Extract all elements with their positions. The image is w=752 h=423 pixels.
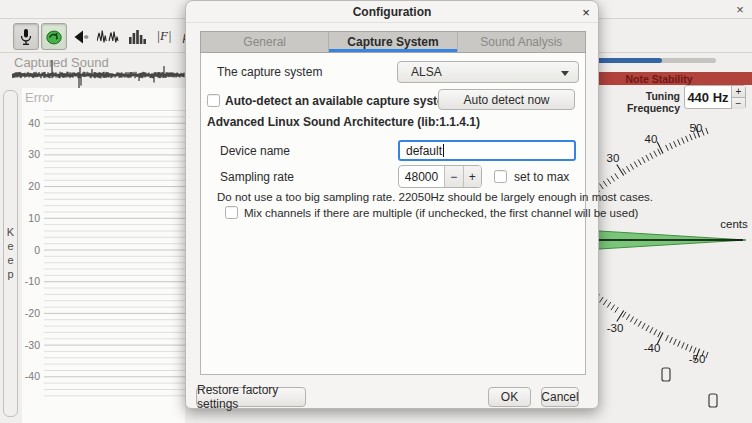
tab-general[interactable]: General <box>201 32 329 52</box>
keep-button[interactable]: Keep <box>3 90 18 417</box>
restore-factory-settings-button[interactable]: Restore factory settings <box>196 387 306 407</box>
device-name-input[interactable]: default <box>398 140 576 161</box>
configuration-dialog: Configuration × General Capture System S… <box>185 0 599 409</box>
waveform-view-button[interactable] <box>96 26 120 47</box>
svg-text:10: 10 <box>28 212 40 224</box>
tab-sound-analysis[interactable]: Sound Analysis <box>458 32 585 52</box>
mic-volume-bar <box>588 58 716 63</box>
svg-text:cents: cents <box>720 218 748 230</box>
svg-text:-40: -40 <box>644 342 661 354</box>
svg-text:-40: -40 <box>25 370 40 382</box>
text-caret <box>443 144 444 157</box>
fourier-view-button[interactable]: |F| <box>152 25 176 47</box>
tuning-frequency-spinbox[interactable]: 440 Hz + − <box>684 85 746 109</box>
device-name-label: Device name <box>220 144 290 158</box>
svg-text:30: 30 <box>607 152 620 164</box>
sampling-rate-decrease-button[interactable]: − <box>444 166 463 187</box>
svg-text:-50: -50 <box>689 353 706 365</box>
speaker-mute-icon <box>72 28 90 46</box>
svg-text:-20: -20 <box>25 307 40 319</box>
alsa-section-heading: Advanced Linux Sound Architecture (lib:1… <box>207 115 480 129</box>
svg-text:50: 50 <box>690 122 703 134</box>
capture-system-label: The capture system <box>217 65 322 79</box>
histogram-icon <box>128 29 147 45</box>
capture-system-dropdown[interactable]: ALSA <box>397 61 579 83</box>
device-name-value: default <box>406 144 442 158</box>
error-plot-title: Error <box>25 90 54 105</box>
microphone-icon <box>19 28 33 46</box>
chevron-down-icon <box>561 71 569 76</box>
close-icon: × <box>736 2 744 17</box>
dialog-tabbar: General Capture System Sound Analysis <box>200 31 586 53</box>
histogram-view-button[interactable] <box>126 27 148 46</box>
set-to-max-label: set to max <box>514 170 569 184</box>
sampling-rate-label: Sampling rate <box>220 170 294 184</box>
tab-capture-system[interactable]: Capture System <box>329 32 457 52</box>
speaker-mute-button[interactable] <box>70 26 92 47</box>
sampling-note-text: Do not use a too big sampling rate. 2205… <box>217 191 653 203</box>
sampling-rate-value[interactable]: 48000 <box>399 166 444 187</box>
tuning-frequency-value[interactable]: 440 Hz <box>685 86 731 108</box>
svg-text:30: 30 <box>28 148 40 160</box>
set-to-max-checkbox[interactable] <box>494 170 507 183</box>
error-plot: 403020100-10-20-30-40 <box>22 88 185 423</box>
ok-button[interactable]: OK <box>488 387 531 407</box>
auto-detect-now-button[interactable]: Auto detect now <box>438 89 575 110</box>
svg-text:40: 40 <box>645 133 658 145</box>
mix-channels-checkbox[interactable] <box>225 206 238 219</box>
dialog-close-button[interactable]: × <box>577 4 595 20</box>
svg-text:0: 0 <box>34 244 40 256</box>
close-icon: × <box>582 5 590 20</box>
svg-text:20: 20 <box>28 180 40 192</box>
note-stability-label: Note Stability <box>625 73 692 85</box>
fmit-main-window: × <box>0 0 752 423</box>
svg-text:40: 40 <box>28 117 40 129</box>
sampling-rate-increase-button[interactable]: + <box>463 166 482 187</box>
mix-channels-label: Mix channels if there are multiple (if u… <box>244 207 638 219</box>
autodetect-checkbox[interactable] <box>207 94 220 107</box>
svg-text:-30: -30 <box>607 322 624 334</box>
dialog-content: The capture system ALSA Auto-detect an a… <box>200 53 586 375</box>
svg-text:-10: -10 <box>25 275 40 287</box>
capture-system-value: ALSA <box>411 65 442 79</box>
sampling-rate-spinbox[interactable]: 48000 − + <box>398 165 482 188</box>
svg-text:-30: -30 <box>25 339 40 351</box>
tuner-toggle-button[interactable] <box>41 23 67 50</box>
main-close-button[interactable]: × <box>731 1 749 18</box>
tuning-frequency-increase-button[interactable]: + <box>732 86 745 97</box>
fourier-icon: |F| <box>156 28 171 44</box>
fmit-tuner-icon <box>45 28 63 46</box>
waveform-icon <box>97 28 119 45</box>
tuning-frequency-decrease-button[interactable]: − <box>732 97 745 109</box>
dialog-title: Configuration <box>186 1 598 23</box>
volume-fill <box>588 58 662 63</box>
captured-sound-waveform <box>12 58 185 92</box>
cancel-button[interactable]: Cancel <box>541 387 579 407</box>
tuning-frequency-label: Tuning Frequency <box>596 90 680 114</box>
capture-toggle-button[interactable] <box>13 23 39 50</box>
